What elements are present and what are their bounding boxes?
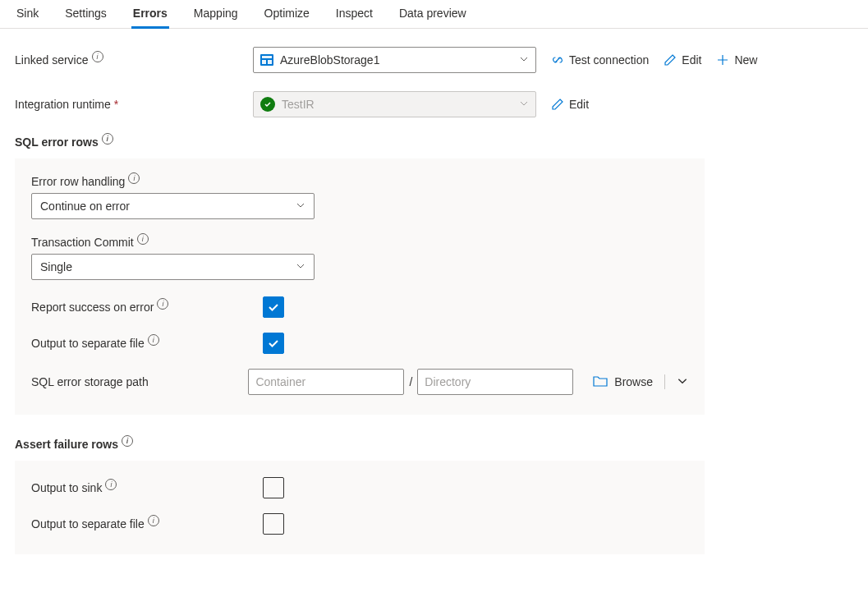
required-indicator: * [114, 98, 118, 111]
pencil-icon [551, 98, 564, 111]
tab-bar: Sink Settings Errors Mapping Optimize In… [0, 0, 868, 29]
info-icon[interactable]: i [92, 51, 103, 62]
info-icon[interactable]: i [148, 515, 159, 526]
transaction-commit-label: Transaction Commit [31, 236, 134, 249]
chevron-down-icon [296, 260, 305, 273]
browse-more-chevron[interactable] [677, 375, 688, 389]
info-icon[interactable]: i [148, 334, 159, 346]
connection-icon [551, 53, 564, 67]
tab-data-preview[interactable]: Data preview [397, 7, 468, 29]
container-input[interactable] [248, 369, 404, 395]
linked-service-select[interactable]: AzureBlobStorage1 [253, 47, 536, 73]
assert-output-to-separate-file-label: Output to separate file [31, 517, 145, 530]
plus-icon [716, 53, 729, 67]
transaction-commit-value: Single [40, 260, 72, 273]
path-separator: / [409, 375, 412, 388]
svg-rect-3 [268, 60, 272, 64]
sql-error-storage-path-label: SQL error storage path [31, 375, 248, 388]
assert-output-to-separate-file-checkbox[interactable] [263, 513, 284, 535]
tab-settings[interactable]: Settings [63, 7, 108, 29]
info-icon[interactable]: i [137, 233, 149, 245]
tab-inspect[interactable]: Inspect [334, 7, 374, 29]
error-row-handling-value: Continue on error [40, 200, 130, 213]
output-to-sink-label: Output to sink [31, 481, 102, 494]
integration-runtime-label: Integration runtime [15, 98, 111, 111]
folder-icon [593, 374, 608, 390]
tab-mapping[interactable]: Mapping [192, 7, 240, 29]
edit-integration-runtime-button[interactable]: Edit [551, 98, 589, 111]
info-icon[interactable]: i [128, 172, 140, 184]
info-icon[interactable]: i [122, 435, 133, 447]
linked-service-label: Linked service [15, 53, 89, 67]
sql-error-rows-title: SQL error rows [15, 135, 99, 149]
error-row-handling-select[interactable]: Continue on error [31, 193, 315, 219]
azure-blob-storage-icon [260, 53, 273, 67]
tab-errors[interactable]: Errors [131, 7, 169, 29]
chevron-down-icon [519, 53, 529, 67]
success-check-icon [260, 97, 275, 112]
divider [664, 374, 665, 389]
tab-sink[interactable]: Sink [15, 7, 40, 29]
report-success-on-error-checkbox[interactable] [263, 296, 284, 318]
info-icon[interactable]: i [105, 479, 117, 490]
report-success-on-error-label: Report success on error [31, 301, 154, 314]
chevron-down-icon [296, 200, 305, 213]
info-icon[interactable]: i [157, 298, 168, 310]
svg-rect-1 [262, 56, 272, 58]
chevron-down-icon [519, 98, 529, 111]
integration-runtime-select[interactable]: TestIR [253, 91, 536, 117]
output-to-sink-checkbox[interactable] [263, 477, 284, 498]
assert-failure-rows-title: Assert failure rows [15, 438, 118, 451]
new-linked-service-button[interactable]: New [716, 53, 757, 67]
directory-input[interactable] [417, 369, 573, 395]
transaction-commit-select[interactable]: Single [31, 254, 315, 280]
error-row-handling-label: Error row handling [31, 175, 125, 188]
edit-linked-service-button[interactable]: Edit [664, 53, 701, 67]
browse-button[interactable]: Browse [593, 374, 653, 390]
test-connection-button[interactable]: Test connection [551, 53, 649, 67]
sql-error-rows-panel: Error row handling i Continue on error T… [15, 158, 705, 415]
assert-failure-rows-panel: Output to sink i Output to separate file… [15, 461, 705, 554]
linked-service-value: AzureBlobStorage1 [280, 53, 379, 67]
integration-runtime-value: TestIR [282, 98, 315, 111]
tab-optimize[interactable]: Optimize [263, 7, 311, 29]
output-to-separate-file-checkbox[interactable] [263, 333, 284, 354]
svg-rect-2 [262, 60, 266, 64]
pencil-icon [664, 53, 677, 67]
output-to-separate-file-label: Output to separate file [31, 337, 145, 350]
info-icon[interactable]: i [102, 133, 113, 145]
